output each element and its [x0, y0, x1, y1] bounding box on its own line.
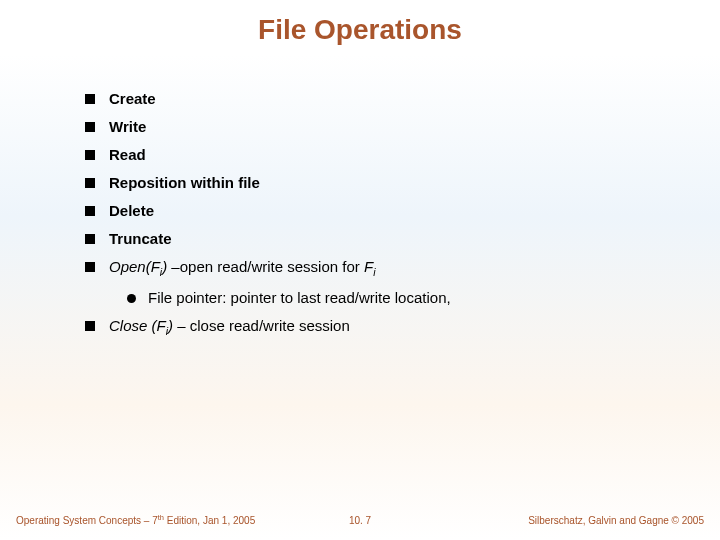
slide: File Operations Create Write Read Reposi…: [0, 0, 720, 540]
list-item: Truncate: [85, 230, 680, 247]
slide-title: File Operations: [0, 14, 720, 46]
close-desc: – close read/write session: [173, 317, 350, 334]
square-bullet-icon: [85, 122, 95, 132]
footer-left-pre: Operating System Concepts – 7: [16, 515, 158, 526]
sub-item-text: File pointer: pointer to last read/write…: [148, 289, 451, 306]
footer-left-post: Edition, Jan 1, 2005: [164, 515, 255, 526]
list-item: Reposition within file: [85, 174, 680, 191]
square-bullet-icon: [85, 321, 95, 331]
square-bullet-icon: [85, 234, 95, 244]
content-area: Create Write Read Reposition within file…: [85, 90, 680, 348]
square-bullet-icon: [85, 178, 95, 188]
item-text: Write: [109, 118, 146, 135]
square-bullet-icon: [85, 206, 95, 216]
open-fn-italic: Open(F: [109, 258, 160, 275]
footer-right: Silberschatz, Galvin and Gagne © 2005: [528, 515, 704, 526]
list-item: Open(Fi) –open read/write session for Fi: [85, 258, 680, 278]
list-item: Close (Fi) – close read/write session: [85, 317, 680, 337]
item-text: Open(Fi) –open read/write session for Fi: [109, 258, 376, 278]
item-text: Reposition within file: [109, 174, 260, 191]
open-desc: –open read/write session for: [167, 258, 364, 275]
footer-left: Operating System Concepts – 7th Edition,…: [16, 513, 255, 526]
circle-bullet-icon: [127, 294, 136, 303]
var-f: F: [364, 258, 373, 275]
sub-list-item: File pointer: pointer to last read/write…: [127, 289, 680, 306]
footer-center: 10. 7: [349, 515, 371, 526]
list-item: Read: [85, 146, 680, 163]
list-item: Write: [85, 118, 680, 135]
item-text: Delete: [109, 202, 154, 219]
square-bullet-icon: [85, 94, 95, 104]
item-text: Close (Fi) – close read/write session: [109, 317, 350, 337]
list-item: Delete: [85, 202, 680, 219]
square-bullet-icon: [85, 262, 95, 272]
close-fn-italic: Close (F: [109, 317, 166, 334]
item-text: Create: [109, 90, 156, 107]
square-bullet-icon: [85, 150, 95, 160]
item-text: Truncate: [109, 230, 172, 247]
subscript: i: [373, 266, 375, 278]
list-item: Create: [85, 90, 680, 107]
item-text: Read: [109, 146, 146, 163]
